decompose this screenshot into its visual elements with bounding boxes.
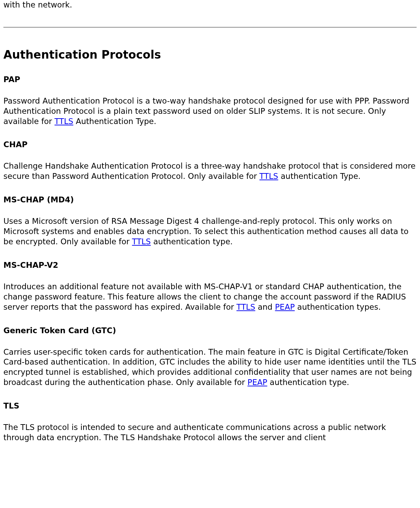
link-peap[interactable]: PEAP bbox=[275, 303, 295, 311]
heading-mschap: MS-CHAP (MD4) bbox=[3, 195, 417, 204]
document-page: with the network. Authentication Protoco… bbox=[0, 0, 420, 443]
leadin-fragment: with the network. bbox=[3, 0, 417, 10]
heading-chap: CHAP bbox=[3, 140, 417, 149]
heading-tls: TLS bbox=[3, 401, 417, 410]
text: authentication types. bbox=[295, 303, 381, 311]
link-ttls[interactable]: TTLS bbox=[55, 117, 73, 126]
text: authentication type. bbox=[151, 237, 233, 246]
text: and bbox=[255, 303, 275, 311]
paragraph-pap: Password Authentication Protocol is a tw… bbox=[3, 96, 417, 127]
heading-pap: PAP bbox=[3, 75, 417, 84]
text: authentication Type. bbox=[278, 172, 361, 181]
paragraph-tls: The TLS protocol is intended to secure a… bbox=[3, 422, 417, 443]
section-title: Authentication Protocols bbox=[3, 48, 417, 61]
text: Authentication Type. bbox=[73, 117, 156, 126]
section-divider bbox=[3, 27, 417, 28]
text: authentication type. bbox=[267, 378, 349, 387]
paragraph-mschap: Uses a Microsoft version of RSA Message … bbox=[3, 216, 417, 247]
heading-gtc: Generic Token Card (GTC) bbox=[3, 326, 417, 335]
paragraph-mschapv2: Introduces an additional feature not ava… bbox=[3, 282, 417, 312]
paragraph-gtc: Carries user-specific token cards for au… bbox=[3, 347, 417, 388]
link-ttls[interactable]: TTLS bbox=[260, 172, 278, 181]
link-ttls[interactable]: TTLS bbox=[132, 237, 151, 246]
link-ttls[interactable]: TTLS bbox=[236, 303, 255, 311]
heading-mschapv2: MS-CHAP-V2 bbox=[3, 261, 417, 270]
paragraph-chap: Challenge Handshake Authentication Proto… bbox=[3, 161, 417, 182]
text: Carries user-specific token cards for au… bbox=[3, 348, 416, 387]
link-peap[interactable]: PEAP bbox=[248, 378, 267, 387]
